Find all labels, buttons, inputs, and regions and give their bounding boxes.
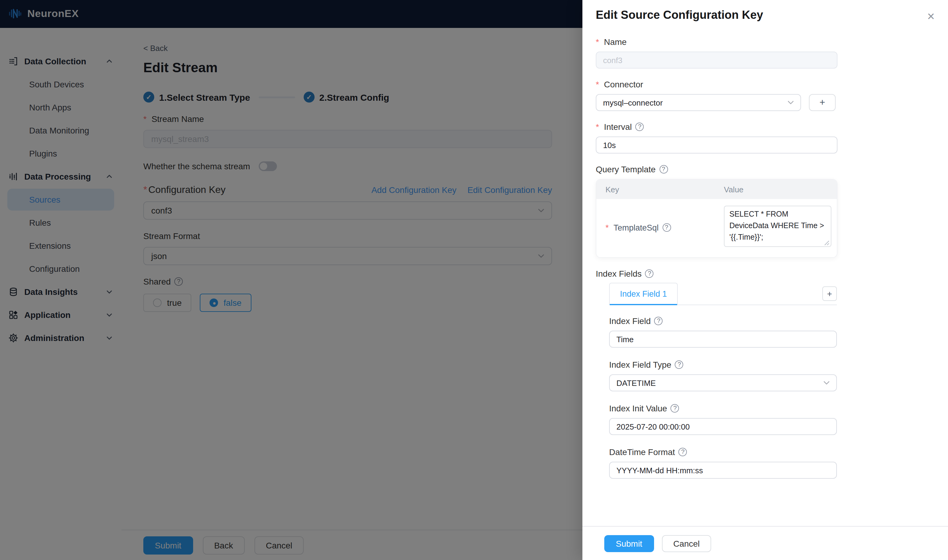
drawer-title: Edit Source Configuration Key: [596, 9, 763, 22]
connector-label: Connector: [604, 80, 643, 89]
tab-index-field-1[interactable]: Index Field 1: [609, 283, 678, 305]
connector-value: mysql–connector: [603, 98, 663, 107]
required-mark: *: [596, 122, 599, 132]
name-field-block: * Name conf3: [596, 37, 948, 69]
help-icon[interactable]: ?: [671, 404, 679, 412]
index-init-value-block: Index Init Value ?: [609, 403, 948, 435]
template-sql-row: * TemplateSql ? SELECT * FROM DeviceData…: [596, 199, 837, 257]
help-icon[interactable]: ?: [645, 269, 654, 278]
interval-label: Interval: [604, 122, 632, 132]
edit-source-configuration-drawer: Edit Source Configuration Key × * Name c…: [582, 0, 948, 560]
required-mark: *: [605, 223, 609, 232]
help-icon[interactable]: ?: [659, 165, 668, 174]
help-icon[interactable]: ?: [675, 360, 684, 369]
resize-handle-icon[interactable]: [823, 240, 829, 246]
help-icon[interactable]: ?: [662, 223, 671, 232]
help-icon[interactable]: ?: [655, 317, 663, 325]
required-mark: *: [596, 80, 599, 89]
index-field-type-label: Index Field Type: [609, 360, 672, 369]
tab-label: Index Field 1: [620, 289, 667, 298]
interval-input[interactable]: [596, 137, 837, 154]
drawer-body: * Name conf3 * Connector mysql–connector: [582, 22, 948, 479]
template-sql-label: TemplateSql: [614, 223, 659, 232]
help-icon[interactable]: ?: [679, 448, 687, 456]
query-template-table-header: Key Value: [596, 180, 837, 199]
connector-select[interactable]: mysql–connector: [596, 94, 801, 111]
drawer-submit-button[interactable]: Submit: [604, 535, 654, 552]
index-field-label: Index Field: [609, 316, 651, 326]
index-field-block: Index Field ?: [609, 316, 948, 348]
key-column-header: Key: [596, 185, 724, 194]
index-field-type-block: Index Field Type ? DATETIME: [609, 360, 948, 391]
connector-field-block: * Connector mysql–connector +: [596, 80, 948, 111]
index-init-value-input[interactable]: [609, 418, 837, 435]
add-connector-button[interactable]: +: [809, 94, 836, 111]
index-field-input[interactable]: [609, 331, 837, 348]
datetime-format-block: DateTime Format ?: [609, 447, 948, 479]
datetime-format-input[interactable]: [609, 462, 837, 479]
app-root: NeuronEX Data Collection South Devices N…: [0, 0, 948, 560]
name-input: conf3: [596, 52, 837, 69]
help-icon[interactable]: ?: [636, 123, 644, 131]
template-sql-textarea[interactable]: SELECT * FROM DeviceData WHERE Time > '{…: [724, 206, 831, 247]
index-fields-subsection: Index Field 1 + Index Field ? Index: [609, 283, 948, 479]
value-column-header: Value: [724, 185, 744, 194]
datetime-format-label: DateTime Format: [609, 447, 675, 457]
required-mark: *: [596, 37, 599, 47]
drawer-header: Edit Source Configuration Key ×: [582, 0, 948, 22]
index-field-type-select[interactable]: DATETIME: [609, 374, 837, 391]
name-label: Name: [604, 37, 627, 47]
query-template-label: Query Template: [596, 165, 656, 174]
add-index-field-button[interactable]: +: [822, 286, 837, 301]
chevron-down-icon: [788, 101, 794, 105]
query-template-block: Query Template ? Key Value * TemplateSql…: [596, 165, 948, 258]
index-init-value-label: Index Init Value: [609, 403, 667, 413]
index-fields-block: Index Fields ? Index Field 1 + Index Fie…: [596, 269, 948, 479]
drawer-cancel-button[interactable]: Cancel: [662, 535, 711, 552]
close-icon[interactable]: ×: [927, 10, 935, 22]
index-field-type-value: DATETIME: [616, 378, 656, 388]
interval-field-block: * Interval ?: [596, 122, 948, 154]
name-value: conf3: [603, 55, 622, 65]
index-fields-label: Index Fields: [596, 269, 642, 278]
drawer-footer: Submit Cancel: [582, 526, 948, 560]
query-template-table: Key Value * TemplateSql ? SELECT * FROM …: [596, 179, 837, 258]
index-field-tabbar: Index Field 1 +: [609, 283, 837, 305]
chevron-down-icon: [823, 381, 829, 385]
